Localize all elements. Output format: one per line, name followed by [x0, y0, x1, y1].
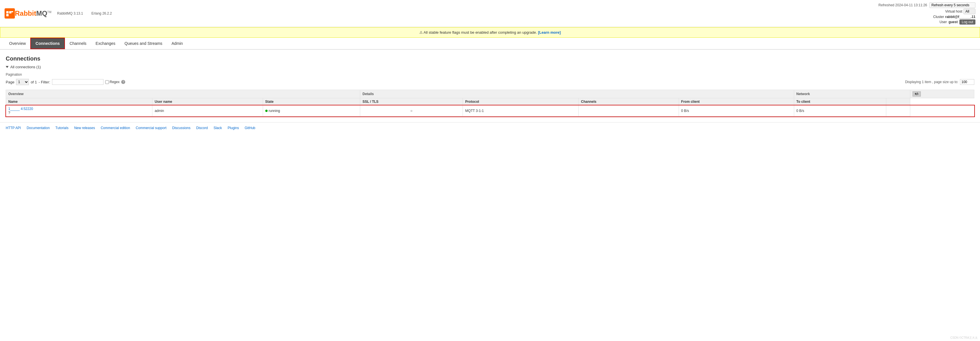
footer-link[interactable]: Commercial edition	[101, 126, 130, 130]
all-connections-label: All connections (1)	[10, 65, 41, 69]
svg-rect-1	[6, 11, 9, 13]
footer-link[interactable]: Discord	[196, 126, 208, 130]
logo-tm: TM	[47, 11, 51, 14]
col-username: User name	[152, 98, 263, 105]
cell-from-client: 0 B/s	[679, 105, 794, 117]
cell-to-client: 0 B/s	[794, 105, 886, 117]
cell-channels	[579, 105, 679, 117]
connections-table: Overview Details Network +/- Name User n…	[6, 90, 974, 117]
footer-link[interactable]: Tutorials	[56, 126, 68, 130]
footer-link[interactable]: Slack	[213, 126, 222, 130]
erlang-version: Erlang 26.2.2	[91, 11, 112, 16]
cluster-row: Cluster rabbit@f______.11	[878, 15, 975, 19]
col-channels: Channels	[579, 98, 679, 105]
nav-channels[interactable]: Channels	[65, 38, 91, 49]
footer-link[interactable]: HTTP API	[6, 126, 21, 130]
group-details: Details	[360, 90, 794, 98]
learn-more-link[interactable]: [Learn more]	[538, 30, 561, 35]
regex-text: Regex	[110, 80, 120, 84]
page-size-input[interactable]	[960, 79, 974, 85]
col-extra	[886, 98, 910, 105]
col-ssl-tls: SSL / TLS	[360, 98, 463, 105]
footer: HTTP APIDocumentationTutorialsNew releas…	[0, 122, 980, 133]
col-from-client: From client	[679, 98, 794, 105]
footer-link[interactable]: Documentation	[27, 126, 50, 130]
cell-name: 1_____ 4:52220 ?	[6, 105, 153, 117]
regex-checkbox[interactable]	[105, 80, 109, 84]
help-icon[interactable]: ?	[121, 80, 125, 84]
page-label: Page	[6, 80, 14, 84]
col-protocol: Protocol	[463, 98, 579, 105]
displaying-text: Displaying 1 item , page size up to:	[905, 80, 958, 84]
plus-minus-button[interactable]: +/-	[913, 91, 921, 97]
connection-link[interactable]: 1_____ 4:52220	[8, 107, 33, 111]
main-content: Connections All connections (1) Paginati…	[0, 50, 980, 122]
vhost-label: Virtual host	[945, 10, 962, 13]
logo-text: RabbitMQTM	[15, 10, 51, 17]
footer-link[interactable]: Commercial support	[136, 126, 166, 130]
filter-label: - Filter:	[38, 80, 50, 84]
header: RabbitMQTM RabbitMQ 3.13.1 Erlang 26.2.2…	[0, 0, 980, 27]
refreshed-label: Refreshed 2024-04-11 13:11:26	[878, 3, 927, 7]
svg-rect-2	[9, 11, 11, 13]
pagination-row: Page 1 of 1 - Filter: Regex ? Displaying…	[6, 79, 974, 85]
logout-button[interactable]: Log out	[959, 19, 975, 25]
nav-queues-streams[interactable]: Queues and Streams	[120, 38, 167, 49]
user-value: guest	[948, 20, 958, 24]
rabbitmq-version: RabbitMQ 3.13.1	[57, 11, 83, 16]
logo: RabbitMQTM	[5, 8, 51, 19]
rabbitmq-logo-icon	[5, 8, 15, 19]
cell-ssl: ○	[360, 105, 463, 117]
regex-label: Regex	[105, 80, 120, 84]
cell-username: admin	[152, 105, 263, 117]
nav-connections[interactable]: Connections	[30, 38, 65, 49]
vhost-row: Virtual host All	[878, 9, 975, 14]
footer-link[interactable]: Discussions	[172, 126, 190, 130]
all-connections-header: All connections (1)	[6, 65, 974, 69]
svg-rect-5	[11, 11, 13, 12]
cell-state: running	[263, 105, 360, 117]
user-row: User guest Log out	[878, 19, 975, 25]
svg-rect-3	[6, 14, 9, 16]
pagination-label: Pagination	[6, 73, 974, 76]
page-title: Connections	[6, 56, 974, 62]
page-select[interactable]: 1	[16, 79, 29, 85]
collapse-icon[interactable]	[6, 66, 9, 68]
version-info: RabbitMQ 3.13.1 Erlang 26.2.2	[57, 11, 116, 16]
refresh-row: Refreshed 2024-04-11 13:11:26 Refresh ev…	[878, 2, 975, 8]
footer-link[interactable]: GitHub	[245, 126, 255, 130]
plus-minus-cell: +/-	[910, 90, 974, 98]
group-network: Network	[794, 90, 910, 98]
connection-extra: ?	[8, 111, 10, 115]
nav-admin[interactable]: Admin	[167, 38, 188, 49]
table-row[interactable]: 1_____ 4:52220 ? admin running ○ MQTT 3-…	[6, 105, 974, 117]
cell-action	[886, 105, 910, 117]
refresh-select[interactable]: Refresh every 5 seconds	[929, 2, 975, 8]
filter-input[interactable]	[52, 79, 103, 85]
nav-exchanges[interactable]: Exchanges	[91, 38, 120, 49]
upgrade-banner: ⚠ All stable feature flags must be enabl…	[0, 27, 980, 38]
banner-text: ⚠ All stable feature flags must be enabl…	[419, 30, 537, 35]
col-to-client: To client	[794, 98, 886, 105]
col-state: State	[263, 98, 360, 105]
group-overview: Overview	[6, 90, 360, 98]
main-nav: Overview Connections Channels Exchanges …	[0, 38, 980, 50]
col-name: Name	[6, 98, 153, 105]
user-label: User	[940, 20, 947, 24]
nav-overview[interactable]: Overview	[5, 38, 30, 49]
display-info: Displaying 1 item , page size up to:	[905, 79, 974, 85]
of-label: of 1	[30, 80, 37, 84]
cluster-value: rabbit@f______.11	[945, 15, 975, 19]
footer-link[interactable]: New releases	[74, 126, 95, 130]
footer-link[interactable]: Plugins	[228, 126, 239, 130]
svg-rect-4	[9, 14, 11, 16]
state-indicator	[265, 109, 267, 112]
vhost-select[interactable]: All	[963, 9, 975, 14]
cluster-label: Cluster	[933, 15, 944, 19]
cell-protocol: MQTT 3-1-1	[463, 105, 579, 117]
top-right: Refreshed 2024-04-11 13:11:26 Refresh ev…	[878, 2, 975, 25]
